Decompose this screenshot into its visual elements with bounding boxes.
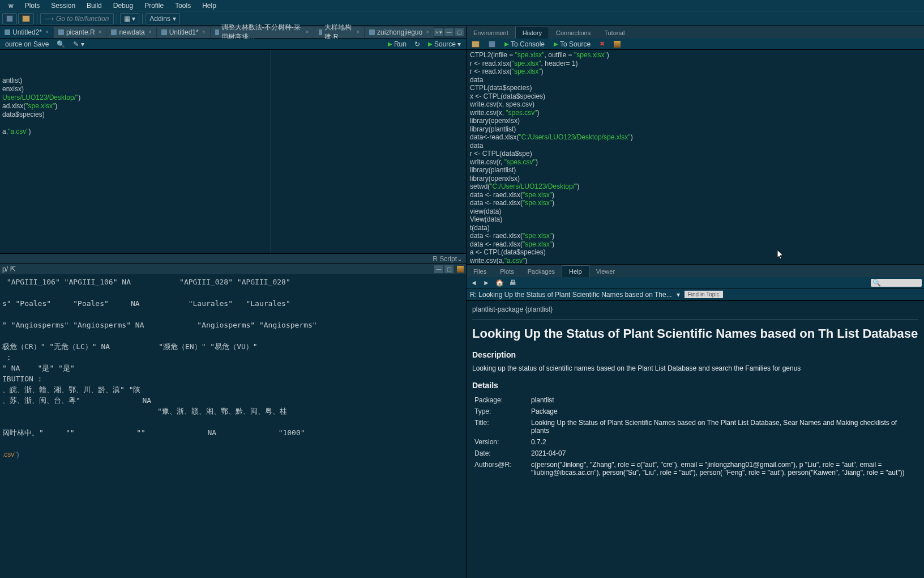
file-icon — [111, 29, 117, 35]
menu-item[interactable]: Session — [45, 2, 81, 10]
help-content[interactable]: plantlist-package {plantlist} Looking Up… — [467, 301, 924, 578]
code-editor[interactable]: antlist)enxlsx)Users/LUO123/Desktop/")ad… — [0, 50, 466, 253]
help-pane-tabs: Files Plots Packages Help Viewer — [467, 265, 924, 277]
help-section-heading: Description — [472, 350, 918, 359]
history-list[interactable]: CTPL2(infile = "spe.xlsx", outfile = "sp… — [467, 50, 924, 264]
tab-help[interactable]: Help — [562, 265, 589, 277]
help-toolbar: ◄ ► 🏠 🖶 🔍 — [467, 277, 924, 288]
forward-button[interactable]: ► — [481, 279, 491, 287]
source-on-save-checkbox[interactable]: ource on Save — [2, 40, 52, 49]
file-icon — [5, 29, 10, 35]
tab-untitled1[interactable]: Untitled1*× — [157, 27, 210, 38]
menu-item[interactable]: Tools — [169, 2, 196, 10]
tab-packages[interactable]: Packages — [521, 266, 562, 277]
menu-item[interactable]: Build — [81, 2, 108, 10]
folder-icon — [472, 41, 480, 48]
close-icon[interactable]: × — [45, 29, 49, 35]
tab-newdata[interactable]: newdata× — [106, 27, 156, 38]
env-pane-tabs: Environment History Connections Tutorial — [467, 26, 924, 39]
breadcrumb-text: R: Looking Up the Status of Plant Scient… — [470, 291, 672, 299]
tab-scroll-button[interactable]: » ▾ — [434, 28, 443, 36]
editor-statusbar: R Script ⌄ — [0, 253, 466, 264]
back-button[interactable]: ◄ — [469, 279, 479, 287]
console-header: p/ ⇱ — ▢ — [0, 264, 466, 274]
minimize-button[interactable]: — — [434, 265, 443, 273]
to-console-button[interactable]: ▶To Console — [502, 40, 547, 49]
editor-tabs: Untitled2*× picante.R× newdata× Untitled… — [0, 26, 466, 39]
tab-untitled2[interactable]: Untitled2*× — [0, 27, 53, 38]
run-button[interactable]: ▶Run — [385, 40, 409, 49]
load-history-button[interactable] — [469, 40, 482, 48]
main-toolbar: ⟶ Go to file/function ▦ ▾ Addins ▾ — [0, 11, 924, 26]
file-icon — [6, 15, 13, 22]
tab-picante[interactable]: picante.R× — [54, 27, 106, 38]
source-button[interactable]: ▶Source ▾ — [425, 40, 464, 49]
home-button[interactable]: 🏠 — [494, 279, 506, 287]
file-icon — [58, 29, 64, 35]
close-icon[interactable]: × — [426, 29, 429, 35]
help-search-input[interactable]: 🔍 — [871, 279, 922, 287]
close-icon[interactable]: × — [356, 29, 360, 35]
folder-icon — [22, 15, 30, 22]
close-icon[interactable]: × — [202, 29, 206, 35]
menu-item[interactable]: Plots — [19, 2, 46, 10]
tab-chinese1[interactable]: 调整大林数法-不分树种-采用树高排...× — [211, 27, 314, 38]
new-file-button[interactable] — [2, 13, 17, 24]
help-details-table: Package:plantlistType:PackageTitle:Looki… — [472, 394, 918, 478]
menu-item[interactable]: Debug — [108, 2, 139, 10]
editor-toolbar: ource on Save 🔍 ✎ ▾ ▶Run ↻ ▶Source ▾ — [0, 39, 466, 50]
tab-environment[interactable]: Environment — [467, 27, 515, 39]
help-description: Looking up the status of scientific name… — [472, 364, 918, 373]
help-title: Looking Up the Status of Plant Scientifi… — [472, 326, 918, 341]
broom-icon — [614, 41, 621, 48]
tab-chinese2[interactable]: 大样地构建.R× — [314, 27, 365, 38]
maximize-button[interactable]: ▢ — [455, 28, 464, 36]
goto-file-input[interactable]: ⟶ Go to file/function — [40, 13, 114, 24]
menu-item[interactable]: Profile — [139, 2, 169, 10]
print-button[interactable]: 🖶 — [508, 279, 518, 287]
dropdown-icon[interactable]: ▾ — [677, 291, 680, 299]
file-icon — [161, 29, 167, 35]
tab-viewer[interactable]: Viewer — [589, 266, 622, 277]
file-icon — [215, 29, 219, 35]
tab-files[interactable]: Files — [467, 266, 493, 277]
close-icon[interactable]: × — [99, 29, 102, 35]
history-toolbar: ▶To Console ▶To Source ✖ — [467, 39, 924, 50]
tab-history[interactable]: History — [515, 27, 549, 39]
tab-tutorial[interactable]: Tutorial — [597, 27, 631, 39]
disk-icon — [489, 41, 495, 48]
addins-button[interactable]: Addins ▾ — [146, 13, 180, 24]
find-button[interactable]: 🔍 — [54, 40, 68, 49]
open-button[interactable] — [18, 13, 34, 24]
console-output[interactable]: "APGIII_106" "APGIII_106" NA "APGIII_028… — [0, 274, 466, 578]
close-icon[interactable]: × — [306, 29, 309, 35]
tab-connections[interactable]: Connections — [549, 27, 597, 39]
find-in-topic-input[interactable]: Find in Topic — [685, 291, 723, 298]
help-topic-header: plantlist-package {plantlist} — [472, 305, 918, 320]
popout-icon[interactable]: ⇱ — [10, 265, 16, 273]
console-path: p/ — [2, 265, 8, 273]
remove-button[interactable]: ✖ — [597, 40, 608, 48]
rerun-button[interactable]: ↻ — [412, 40, 423, 49]
grid-button[interactable]: ▦ ▾ — [120, 13, 139, 24]
help-breadcrumb: R: Looking Up the Status of Plant Scient… — [467, 288, 924, 301]
maximize-button[interactable]: ▢ — [444, 265, 454, 273]
file-icon — [369, 29, 375, 35]
menu-item[interactable]: Help — [196, 2, 222, 10]
to-source-button[interactable]: ▶To Source — [551, 40, 593, 49]
clear-button[interactable] — [611, 40, 623, 48]
wand-button[interactable]: ✎ ▾ — [70, 40, 87, 49]
clear-icon[interactable] — [457, 266, 464, 273]
menubar: w Plots Session Build Debug Profile Tool… — [0, 0, 924, 11]
menu-item[interactable]: w — [3, 2, 19, 10]
minimize-button[interactable]: — — [444, 28, 454, 36]
close-icon[interactable]: × — [148, 29, 152, 35]
file-icon — [319, 29, 323, 35]
help-section-heading: Details — [472, 381, 918, 390]
save-history-button[interactable] — [486, 40, 498, 48]
tab-plots[interactable]: Plots — [493, 266, 520, 277]
tab-zuizhong[interactable]: zuizhongjieguo× — [365, 27, 434, 38]
